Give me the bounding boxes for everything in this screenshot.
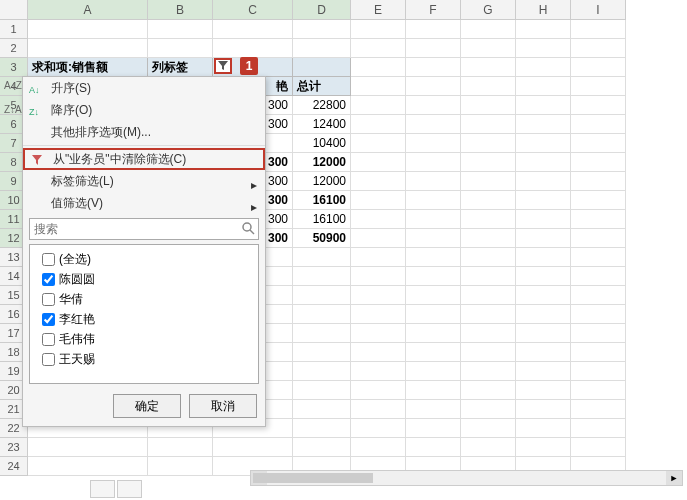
cell[interactable] xyxy=(351,77,406,96)
cell[interactable] xyxy=(571,248,626,267)
cell[interactable] xyxy=(461,96,516,115)
cell[interactable] xyxy=(516,381,571,400)
cell[interactable] xyxy=(293,343,351,362)
cell[interactable] xyxy=(293,381,351,400)
cell[interactable] xyxy=(461,134,516,153)
filter-check-item[interactable]: 王天赐 xyxy=(34,349,254,369)
cell[interactable] xyxy=(148,39,213,58)
cell[interactable] xyxy=(516,134,571,153)
column-header-B[interactable]: B xyxy=(148,0,213,20)
cell[interactable] xyxy=(293,400,351,419)
cell[interactable] xyxy=(351,343,406,362)
cell[interactable] xyxy=(406,134,461,153)
cell[interactable] xyxy=(571,96,626,115)
row-header-23[interactable]: 23 xyxy=(0,438,28,457)
cell[interactable] xyxy=(516,400,571,419)
cell[interactable] xyxy=(293,362,351,381)
cell[interactable]: 10400 xyxy=(293,134,351,153)
cell[interactable] xyxy=(293,267,351,286)
cell[interactable]: 12000 xyxy=(293,172,351,191)
cell[interactable] xyxy=(213,20,293,39)
cell[interactable] xyxy=(516,438,571,457)
cell[interactable] xyxy=(516,248,571,267)
row-header-3[interactable]: 3 xyxy=(0,58,28,77)
cancel-button[interactable]: 取消 xyxy=(189,394,257,418)
sort-descending[interactable]: Z↓ 降序(O) xyxy=(23,99,265,121)
cell[interactable] xyxy=(351,438,406,457)
cell[interactable] xyxy=(293,324,351,343)
cell[interactable] xyxy=(571,286,626,305)
cell[interactable] xyxy=(351,172,406,191)
sheet-tab[interactable] xyxy=(117,480,142,498)
cell[interactable] xyxy=(406,286,461,305)
sort-ascending[interactable]: A↓ 升序(S) xyxy=(23,77,265,99)
cell[interactable] xyxy=(293,419,351,438)
cell[interactable] xyxy=(293,20,351,39)
cell[interactable] xyxy=(461,39,516,58)
cell[interactable] xyxy=(571,419,626,438)
cell[interactable]: 求和项:销售额 xyxy=(28,58,148,77)
cell[interactable] xyxy=(213,39,293,58)
cell[interactable] xyxy=(571,229,626,248)
cell[interactable] xyxy=(406,324,461,343)
cell[interactable] xyxy=(516,343,571,362)
ok-button[interactable]: 确定 xyxy=(113,394,181,418)
cell[interactable]: 16100 xyxy=(293,191,351,210)
cell[interactable] xyxy=(406,172,461,191)
filter-check-item[interactable]: 毛伟伟 xyxy=(34,329,254,349)
cell[interactable] xyxy=(461,20,516,39)
filter-check-item[interactable]: 李红艳 xyxy=(34,309,254,329)
cell[interactable] xyxy=(571,172,626,191)
cell[interactable] xyxy=(293,58,351,77)
cell[interactable] xyxy=(571,39,626,58)
cell[interactable] xyxy=(516,172,571,191)
column-header-F[interactable]: F xyxy=(406,0,461,20)
cell[interactable] xyxy=(293,286,351,305)
cell[interactable] xyxy=(461,343,516,362)
cell[interactable] xyxy=(406,419,461,438)
cell[interactable] xyxy=(461,248,516,267)
filter-checkbox[interactable] xyxy=(42,353,55,366)
cell[interactable] xyxy=(516,229,571,248)
cell[interactable] xyxy=(461,210,516,229)
cell[interactable] xyxy=(293,39,351,58)
cell[interactable] xyxy=(351,96,406,115)
horizontal-scrollbar[interactable]: ◄ ► xyxy=(250,470,683,486)
cell[interactable] xyxy=(461,58,516,77)
cell[interactable] xyxy=(351,134,406,153)
cell[interactable] xyxy=(461,153,516,172)
cell[interactable] xyxy=(516,286,571,305)
cell[interactable] xyxy=(406,153,461,172)
cell[interactable] xyxy=(351,153,406,172)
cell[interactable] xyxy=(571,58,626,77)
cell[interactable] xyxy=(351,267,406,286)
cell[interactable] xyxy=(351,400,406,419)
scroll-right-button[interactable]: ► xyxy=(666,471,682,485)
cell[interactable] xyxy=(351,115,406,134)
filter-dropdown-button[interactable] xyxy=(214,58,232,74)
cell[interactable] xyxy=(516,153,571,172)
cell[interactable] xyxy=(571,267,626,286)
column-header-C[interactable]: C xyxy=(213,0,293,20)
value-filter[interactable]: 值筛选(V) ▸ xyxy=(23,192,265,214)
cell[interactable] xyxy=(148,457,213,476)
more-sort-options[interactable]: 其他排序选项(M)... xyxy=(23,121,265,143)
cell[interactable] xyxy=(516,419,571,438)
cell[interactable] xyxy=(516,77,571,96)
filter-checkbox[interactable] xyxy=(42,293,55,306)
cell[interactable] xyxy=(516,115,571,134)
cell[interactable] xyxy=(351,20,406,39)
sheet-tab[interactable] xyxy=(90,480,115,498)
cell[interactable]: 16100 xyxy=(293,210,351,229)
cell[interactable] xyxy=(461,438,516,457)
cell[interactable] xyxy=(28,20,148,39)
cell[interactable] xyxy=(351,419,406,438)
cell[interactable] xyxy=(213,438,293,457)
cell[interactable] xyxy=(148,438,213,457)
row-header-1[interactable]: 1 xyxy=(0,20,28,39)
cell[interactable] xyxy=(516,210,571,229)
column-header-A[interactable]: A xyxy=(28,0,148,20)
cell[interactable] xyxy=(293,305,351,324)
filter-check-item[interactable]: (全选) xyxy=(34,249,254,269)
cell[interactable] xyxy=(461,191,516,210)
